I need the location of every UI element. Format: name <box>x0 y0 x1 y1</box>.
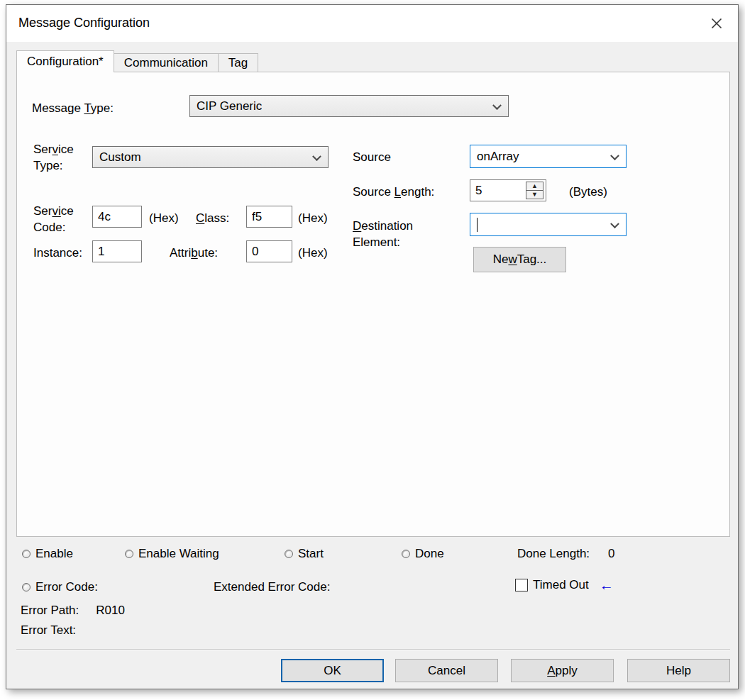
new-tag-button[interactable]: New Tag... <box>473 247 566 272</box>
chevron-down-icon <box>492 101 502 110</box>
chevron-down-icon <box>312 152 321 161</box>
instance-input[interactable] <box>92 240 142 262</box>
class-input[interactable] <box>246 206 292 228</box>
configuration-tab-panel: Message Type: CIP Generic Service Type: … <box>16 72 730 537</box>
error-text-field: Error Text: <box>21 623 76 638</box>
timed-out-field: Timed Out ← <box>515 578 614 592</box>
chevron-down-icon <box>610 219 619 228</box>
cancel-button[interactable]: Cancel <box>395 659 498 682</box>
done-led-icon <box>402 550 410 558</box>
ok-button[interactable]: OK <box>281 659 384 682</box>
done-length-field: Done Length: 0 <box>517 547 615 561</box>
source-length-label: Source Length: <box>353 184 434 200</box>
service-code-label: Service Code: <box>33 203 84 235</box>
hex-unit-label: (Hex) <box>149 210 179 226</box>
status-enable-waiting: Enable Waiting <box>125 547 219 561</box>
error-code-label: Error Code: <box>35 580 98 594</box>
message-type-label: Message Type: <box>32 100 114 116</box>
spinner-up-button[interactable]: ▲ <box>526 182 543 191</box>
source-length-field: ▲ ▼ <box>470 179 546 201</box>
start-label: Start <box>298 547 324 561</box>
close-icon <box>711 18 722 29</box>
message-type-value: CIP Generic <box>197 99 262 113</box>
destination-element-dropdown[interactable] <box>470 213 627 236</box>
timed-out-label: Timed Out <box>533 578 589 592</box>
tab-tag[interactable]: Tag <box>218 53 258 72</box>
source-value: onArray <box>477 150 519 164</box>
status-done: Done <box>402 547 444 561</box>
help-button[interactable]: Help <box>627 659 730 682</box>
window-title: Message Configuration <box>18 16 150 30</box>
source-dropdown[interactable]: onArray <box>470 145 627 168</box>
spinner-down-icon: ▼ <box>531 191 538 198</box>
enable-waiting-label: Enable Waiting <box>138 547 219 561</box>
destination-element-label: Destination Element: <box>353 218 429 250</box>
spinner-down-button[interactable]: ▼ <box>526 191 543 199</box>
done-label: Done <box>415 547 444 561</box>
status-start: Start <box>285 547 324 561</box>
timed-out-checkbox[interactable] <box>515 579 528 591</box>
text-caret <box>477 218 478 232</box>
service-type-value: Custom <box>99 150 141 165</box>
service-type-dropdown[interactable]: Custom <box>92 146 329 168</box>
apply-button[interactable]: Apply <box>511 659 614 682</box>
done-length-value: 0 <box>608 547 614 561</box>
extended-error-code-field: Extended Error Code: <box>214 580 330 594</box>
arrow-left-icon: ← <box>600 578 614 592</box>
bytes-unit-label: (Bytes) <box>569 184 607 200</box>
attribute-input[interactable] <box>246 240 292 262</box>
status-enable: Enable <box>22 547 73 561</box>
done-length-label: Done Length: <box>517 547 590 561</box>
enable-waiting-led-icon <box>125 550 133 558</box>
service-code-input[interactable] <box>92 206 142 228</box>
titlebar: Message Configuration <box>6 5 738 42</box>
hex-unit-label: (Hex) <box>298 210 328 226</box>
error-text-label: Error Text: <box>21 623 76 638</box>
hex-unit-label: (Hex) <box>298 245 328 261</box>
error-path-field: Error Path: R010 <box>21 604 125 618</box>
error-path-value: R010 <box>96 604 125 618</box>
instance-label: Instance: <box>33 245 82 261</box>
button-separator <box>16 649 730 650</box>
enable-label: Enable <box>35 547 73 561</box>
screen: Message Configuration Configuration* Com… <box>0 0 745 700</box>
tab-configuration[interactable]: Configuration* <box>16 50 114 72</box>
tab-bar: Configuration* Communication Tag <box>16 50 258 72</box>
error-path-label: Error Path: <box>21 604 79 618</box>
message-configuration-dialog: Message Configuration Configuration* Com… <box>6 4 739 689</box>
service-type-label: Service Type: <box>33 141 84 174</box>
tab-communication[interactable]: Communication <box>114 53 219 72</box>
class-label: Class: <box>196 210 229 226</box>
start-led-icon <box>285 550 293 558</box>
source-length-spinner: ▲ ▼ <box>526 182 543 199</box>
error-code-led-icon <box>22 583 31 591</box>
message-type-dropdown[interactable]: CIP Generic <box>189 95 509 117</box>
spinner-up-icon: ▲ <box>531 183 538 189</box>
status-error-code: Error Code: <box>22 580 98 594</box>
enable-led-icon <box>22 550 31 558</box>
chevron-down-icon <box>610 151 619 160</box>
extended-error-code-label: Extended Error Code: <box>214 580 330 594</box>
source-label: Source <box>353 149 391 165</box>
attribute-label: Attribute: <box>170 245 218 261</box>
close-button[interactable] <box>704 12 729 35</box>
